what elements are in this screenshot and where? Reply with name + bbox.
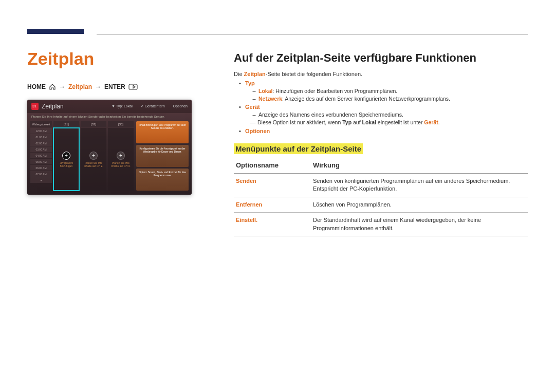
note-text: eingestellt ist unter (376, 119, 424, 125)
bullet-optionen: Optionen (239, 128, 528, 134)
option-desc: Der Standardinhalt wird auf einem Kanal … (311, 213, 528, 236)
note: Diese Option ist nur aktiviert, wenn Typ… (245, 119, 528, 125)
preview-time-row: 06:00 AM (30, 165, 52, 171)
preview-tab: ▼ Typ: Lokal (112, 104, 133, 108)
bullet-label: Gerät (245, 104, 260, 110)
preview-channel-cell: + +Programm hinzufügen (53, 128, 79, 191)
preview-channel-header: [S1] (53, 121, 79, 127)
right-column: Auf der Zeitplan-Seite verfügbare Funkti… (234, 51, 528, 236)
ui-screenshot-preview: Zeitplan ▼ Typ: Lokal ✓ Geräteintern Opt… (27, 100, 192, 195)
option-desc: Senden von konfigurierten Programmplänen… (311, 174, 528, 197)
sublist: Anzeige des Namens eines verbundenen Spe… (245, 111, 528, 118)
preview-channel-s1: [S1] + +Programm hinzufügen (53, 121, 79, 191)
table-header-effect: Wirkung (311, 158, 528, 174)
horizontal-rule-top (97, 34, 528, 35)
option-name: Entfernen (234, 197, 311, 212)
bullet-list: Typ Lokal: Hinzufügen oder Bearbeiten vo… (234, 80, 528, 134)
preview-time-column: Widergabezeit 12:00 AM 01:00 AM 02:00 AM… (30, 121, 52, 191)
preview-side-panel: Inhalt hinzufügen und Programm auf dem S… (136, 121, 189, 143)
preview-side-panels: Inhalt hinzufügen und Programm auf dem S… (136, 121, 189, 191)
preview-header: Zeitplan ▼ Typ: Lokal ✓ Geräteintern Opt… (27, 100, 192, 113)
option-name: Einstell. (234, 213, 311, 236)
sub-bold: Netzwerk (258, 96, 282, 102)
note-bold: Typ (342, 119, 351, 125)
preview-time-row: 01:00 AM (30, 134, 52, 140)
calendar-icon (31, 103, 39, 110)
table-row: Entfernen Löschen von Programmplänen. (234, 197, 528, 212)
preview-channel-label: Planen Sie Ihre Inhalte auf CH 3. (108, 161, 134, 167)
note-orange: Gerät (424, 119, 438, 125)
breadcrumb: HOME → Zeitplan → ENTER (27, 83, 212, 90)
intro-text: Die Zeitplan-Seite bietet die folgenden … (234, 71, 528, 77)
intro-bold: Zeitplan (244, 71, 266, 77)
preview-channel-cell: + Planen Sie Ihre Inhalte auf CH 2. (81, 128, 106, 191)
options-table: Optionsname Wirkung Senden Senden von ko… (234, 158, 528, 236)
preview-time-header: Widergabezeit (30, 121, 52, 127)
intro-post: -Seite bietet die folgenden Funktionen. (266, 71, 362, 77)
preview-side-panel: Option: Sound, Start- und Endzeit für da… (136, 169, 189, 191)
breadcrumb-zeitplan: Zeitplan (68, 83, 92, 90)
breadcrumb-sep-1: → (59, 83, 65, 90)
preview-channel-label: +Programm hinzufügen (53, 161, 79, 167)
enter-icon (128, 84, 138, 90)
preview-tab: Optionen (173, 104, 188, 108)
note-text: auf (351, 119, 362, 125)
note-text: Diese Option ist nur aktiviert, wenn (257, 119, 342, 125)
preview-body: Widergabezeit 12:00 AM 01:00 AM 02:00 AM… (27, 121, 192, 194)
bullet-typ: Typ Lokal: Hinzufügen oder Bearbeiten vo… (239, 80, 528, 102)
table-row: Senden Senden von konfigurierten Program… (234, 174, 528, 197)
breadcrumb-home: HOME (27, 83, 46, 90)
preview-channel-s2: [S2] + Planen Sie Ihre Inhalte auf CH 2. (81, 121, 106, 191)
preview-channel-header: [S2] (81, 121, 106, 127)
preview-time-row: ▼ (30, 177, 52, 183)
preview-channel-s3: [S3] + Planen Sie Ihre Inhalte auf CH 3. (108, 121, 134, 191)
preview-channel-cell: + Planen Sie Ihre Inhalte auf CH 3. (108, 128, 134, 191)
option-name: Senden (234, 174, 311, 197)
note-text: . (438, 119, 440, 125)
preview-time-row: 03:00 AM (30, 146, 52, 152)
subsection-heading-highlight: Menüpunkte auf der Zeitplan-Seite (234, 143, 363, 154)
preview-channel-label: Planen Sie Ihre Inhalte auf CH 2. (81, 161, 106, 167)
sublist-item: Netzwerk: Anzeige des auf dem Server kon… (252, 96, 528, 102)
intro-pre: Die (234, 71, 244, 77)
sublist-item: Lokal: Hinzufügen oder Bearbeiten von Pr… (252, 88, 528, 94)
sub-bold: Lokal (258, 88, 272, 94)
bullet-geraet: Gerät Anzeige des Namens eines verbunden… (239, 104, 528, 125)
sublist: Lokal: Hinzufügen oder Bearbeiten von Pr… (245, 88, 528, 102)
sub-text: : Hinzufügen oder Bearbeiten von Program… (272, 88, 397, 94)
table-row: Einstell. Der Standardinhalt wird auf ei… (234, 213, 528, 236)
accent-bar (27, 29, 84, 34)
home-icon (49, 84, 56, 90)
bullet-label: Optionen (245, 128, 270, 134)
breadcrumb-enter: ENTER (104, 83, 125, 90)
plus-icon: + (117, 152, 125, 160)
preview-time-row: 07:00 AM (30, 171, 52, 177)
left-column: Zeitplan HOME → Zeitplan → ENTER Zeitpla… (27, 49, 212, 195)
breadcrumb-sep-2: → (95, 83, 101, 90)
preview-time-row: 05:00 AM (30, 159, 52, 164)
sub-text: Anzeige des Namens eines verbundenen Spe… (258, 111, 403, 118)
preview-time-row: 02:00 AM (30, 140, 52, 146)
section-heading: Auf der Zeitplan-Seite verfügbare Funkti… (234, 51, 528, 65)
preview-time-row: 04:00 AM (30, 153, 52, 158)
sublist-item: Anzeige des Namens eines verbundenen Spe… (252, 111, 528, 118)
preview-side-panel: Konfigurieren Sie die Anzeigezeit an der… (136, 145, 189, 167)
bullet-label: Typ (245, 80, 255, 86)
option-desc: Löschen von Programmplänen. (311, 197, 528, 212)
sub-text: : Anzeige des auf dem Server konfigurier… (282, 96, 450, 102)
preview-title: Zeitplan (42, 103, 64, 110)
preview-time-row: 12:00 AM (30, 128, 52, 134)
plus-icon: + (89, 152, 98, 160)
plus-icon: + (62, 152, 70, 160)
page-title: Zeitplan (27, 49, 212, 69)
table-header-name: Optionsname (234, 158, 311, 174)
preview-subtitle: Planen Sie Ihre Inhalte auf einem lokale… (27, 113, 192, 121)
preview-tabs: ▼ Typ: Lokal ✓ Geräteintern Optionen (112, 104, 188, 108)
preview-tab: ✓ Geräteintern (141, 104, 165, 108)
preview-channel-header: [S3] (108, 121, 134, 127)
note-bold: Lokal (362, 119, 376, 125)
